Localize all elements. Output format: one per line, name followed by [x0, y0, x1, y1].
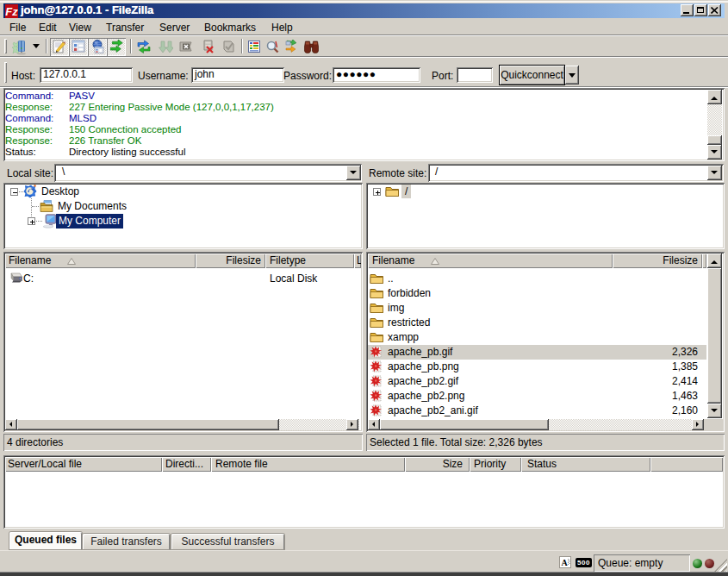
svg-text:Fz: Fz [5, 5, 18, 18]
svg-text:A: A [561, 558, 568, 567]
